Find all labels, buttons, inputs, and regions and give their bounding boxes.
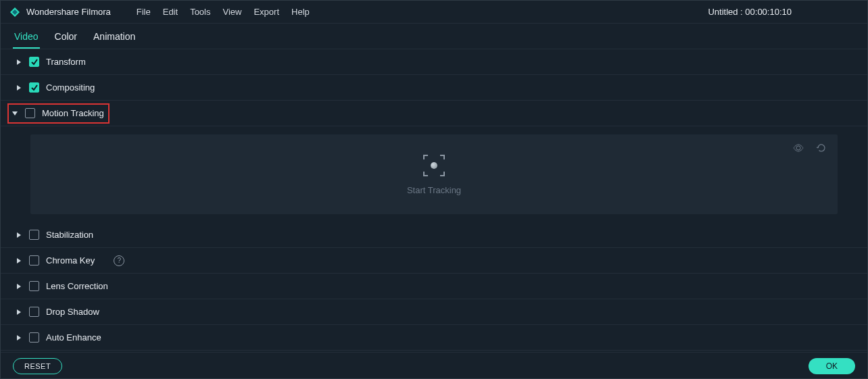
- tab-video[interactable]: Video: [13, 26, 40, 49]
- section-stabilization[interactable]: Stabilization: [1, 222, 867, 248]
- checkbox-transform[interactable]: [29, 57, 39, 67]
- menu-edit[interactable]: Edit: [163, 7, 178, 17]
- panel-tabs: Video Color Animation: [1, 24, 867, 49]
- checkbox-stabilization[interactable]: [29, 230, 39, 240]
- checkbox-compositing[interactable]: [29, 82, 39, 93]
- expand-icon[interactable]: [16, 283, 22, 290]
- section-compositing[interactable]: Compositing: [1, 75, 867, 101]
- checkbox-auto-enhance[interactable]: [29, 332, 39, 343]
- section-label: Stabilization: [46, 230, 93, 240]
- tab-animation[interactable]: Animation: [92, 26, 137, 49]
- menu-file[interactable]: File: [137, 7, 151, 17]
- section-motion-tracking[interactable]: Motion Tracking: [1, 101, 867, 126]
- tracker-target-icon[interactable]: [423, 154, 445, 177]
- highlight-box: Motion Tracking: [7, 103, 110, 124]
- title-bar: Wondershare Filmora File Edit Tools View…: [1, 1, 867, 24]
- checkbox-motion-tracking[interactable]: [25, 108, 35, 118]
- expand-icon[interactable]: [16, 309, 22, 315]
- ok-button[interactable]: OK: [809, 358, 855, 374]
- section-label: Drop Shadow: [46, 307, 99, 317]
- menu-help[interactable]: Help: [291, 7, 310, 17]
- section-label: Lens Correction: [46, 281, 108, 291]
- menu-export[interactable]: Export: [254, 7, 279, 17]
- motion-tracking-panel: Start Tracking: [30, 134, 838, 214]
- section-label: Auto Enhance: [46, 332, 101, 343]
- expand-icon[interactable]: [16, 334, 22, 341]
- menu-view[interactable]: View: [222, 7, 241, 17]
- section-drop-shadow[interactable]: Drop Shadow: [1, 299, 867, 325]
- footer-bar: RESET OK: [1, 352, 867, 379]
- reset-button[interactable]: RESET: [13, 358, 62, 374]
- project-title: Untitled : 00:00:10:10: [708, 7, 859, 17]
- section-label: Compositing: [46, 82, 95, 93]
- main-menu: File Edit Tools View Export Help: [137, 7, 310, 17]
- collapse-icon[interactable]: [11, 110, 18, 117]
- section-chroma-key[interactable]: Chroma Key ?: [1, 248, 867, 274]
- tab-color[interactable]: Color: [53, 26, 78, 49]
- expand-icon[interactable]: [16, 232, 22, 238]
- checkbox-drop-shadow[interactable]: [29, 307, 39, 317]
- section-label: Chroma Key: [46, 255, 95, 266]
- menu-tools[interactable]: Tools: [190, 7, 210, 17]
- section-auto-enhance[interactable]: Auto Enhance: [1, 325, 867, 351]
- expand-icon[interactable]: [16, 84, 22, 91]
- start-tracking-button[interactable]: Start Tracking: [407, 185, 461, 195]
- section-transform[interactable]: Transform: [1, 49, 867, 75]
- section-label: Motion Tracking: [42, 108, 104, 118]
- expand-icon[interactable]: [16, 59, 22, 66]
- section-label: Transform: [46, 57, 86, 67]
- app-logo-icon: [9, 6, 21, 18]
- properties-panel: Transform Compositing Motion Tracking: [1, 49, 867, 352]
- app-title: Wondershare Filmora: [26, 7, 111, 17]
- help-icon[interactable]: ?: [114, 255, 124, 266]
- checkbox-lens-correction[interactable]: [29, 281, 39, 291]
- visibility-icon[interactable]: [793, 143, 804, 153]
- section-lens-correction[interactable]: Lens Correction: [1, 274, 867, 299]
- reset-icon[interactable]: [816, 143, 827, 153]
- checkbox-chroma-key[interactable]: [29, 255, 39, 266]
- expand-icon[interactable]: [16, 257, 22, 264]
